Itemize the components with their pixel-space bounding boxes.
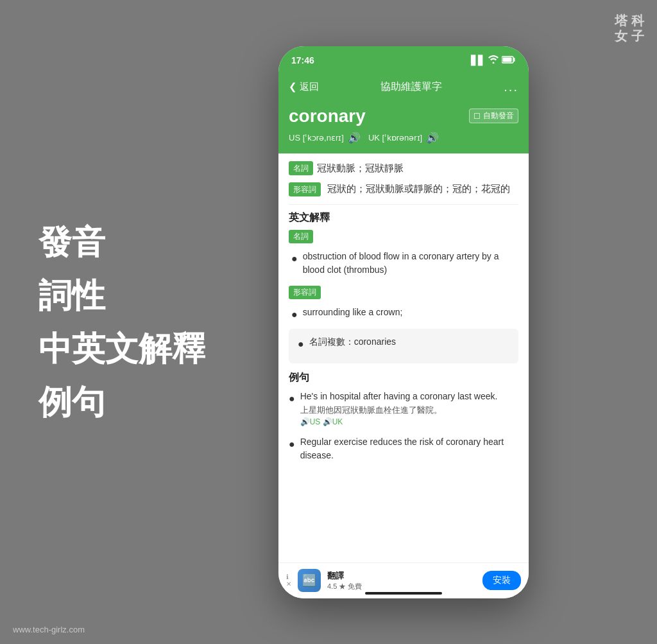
grammar-text: 名詞複數：coronaries xyxy=(309,335,396,349)
ad-rating: 4.5 ★ 免費 xyxy=(327,582,476,591)
bullet-dot-4: ● xyxy=(289,391,295,406)
uk-phonetic-text: UK [ˈkɒrənərɪ] xyxy=(368,133,422,143)
word-header: coronary ☐ 自動發音 US [ˈkɔrə,nɛrɪ] 🔊 UK [ˈk… xyxy=(278,100,529,153)
english-section-title: 英文解釋 xyxy=(289,211,518,225)
ad-info: 翻譯 4.5 ★ 免費 xyxy=(327,570,476,591)
time-display: 17:46 xyxy=(291,55,314,65)
status-bar: 17:46 ▋▋ xyxy=(278,46,529,74)
ad-app-icon: 🔤 xyxy=(298,569,321,592)
noun-def-1-text: obstruction of blood flow in a coronary … xyxy=(303,250,518,277)
battery-icon xyxy=(502,55,516,65)
auto-play-toggle[interactable]: ☐ 自動發音 xyxy=(469,109,518,123)
back-button[interactable]: ❮ 返回 xyxy=(289,81,319,93)
watermark: 塔 科 女 子 xyxy=(615,13,644,44)
divider-1 xyxy=(289,204,518,205)
example-2-bullet: ● Regular exercise reduces the risk of c… xyxy=(289,435,518,464)
bg-label-explanation: 中英文解釋 xyxy=(38,322,205,376)
grammar-box: ● 名詞複數：coronaries xyxy=(289,329,518,363)
us-phonetic-text: US [ˈkɔrə,nɛrɪ] xyxy=(289,133,344,143)
example-1-bullet: ● He's in hospital after having a corona… xyxy=(289,390,518,428)
bullet-dot-2: ● xyxy=(291,307,298,322)
adj-def-item-1: ● surrounding like a crown; xyxy=(291,306,518,322)
more-button[interactable]: ... xyxy=(504,80,518,94)
bullet-dot: ● xyxy=(291,251,298,266)
svg-rect-1 xyxy=(503,57,512,62)
bottom-url: www.tech-girlz.com xyxy=(13,625,85,634)
us-phonetic: US [ˈkɔrə,nɛrɪ] 🔊 xyxy=(289,132,361,144)
nav-title: 協助維護單字 xyxy=(380,80,442,94)
translate-icon: 🔤 xyxy=(302,573,316,587)
auto-play-label: 自動發音 xyxy=(483,110,514,121)
ad-info-icon: ℹ✕ xyxy=(286,573,291,587)
adj-badge-en: 形容詞 xyxy=(289,286,321,299)
noun-definition-zh: 名詞 冠狀動脈；冠狀靜脈 xyxy=(289,161,518,176)
content-area[interactable]: 名詞 冠狀動脈；冠狀靜脈 形容詞 冠狀的；冠狀動脈或靜脈的；冠的；花冠的 英文解… xyxy=(278,153,529,537)
us-speaker-button[interactable]: 🔊 xyxy=(348,132,361,144)
adj-definition-zh-text: 冠狀的；冠狀動脈或靜脈的；冠的；花冠的 xyxy=(327,183,510,194)
bg-label-example: 例句 xyxy=(38,376,205,429)
example-1-en: He's in hospital after having a coronary… xyxy=(300,390,498,403)
noun-badge-en: 名詞 xyxy=(289,230,313,243)
wifi-icon xyxy=(488,55,499,65)
ad-app-name: 翻譯 xyxy=(327,570,476,582)
status-icons: ▋▋ xyxy=(471,55,516,65)
signal-icon: ▋▋ xyxy=(471,55,485,65)
bullet-dot-3: ● xyxy=(298,336,304,352)
uk-phonetic: UK [ˈkɒrənərɪ] 🔊 xyxy=(368,132,439,144)
example-1-zh: 上星期他因冠狀動脈血栓住進了醫院。 xyxy=(300,405,498,416)
word-title: coronary xyxy=(289,106,366,126)
checkbox-icon: ☐ xyxy=(474,112,481,121)
example-2-en: Regular exercise reduces the risk of cor… xyxy=(300,435,518,462)
bg-label-pronunciation: 發音 xyxy=(38,215,205,268)
noun-badge-zh: 名詞 xyxy=(289,161,313,175)
example-item-1: ● He's in hospital after having a corona… xyxy=(289,390,518,428)
adj-definition-zh: 形容詞 冠狀的；冠狀動脈或靜脈的；冠的；花冠的 xyxy=(289,182,518,196)
adj-definitions-en: ● surrounding like a crown; xyxy=(289,306,518,322)
adj-def-1-text: surrounding like a crown; xyxy=(303,306,403,319)
nav-bar: ❮ 返回 協助維護單字 ... xyxy=(278,74,529,100)
background-labels: 發音 詞性 中英文解釋 例句 xyxy=(38,215,205,429)
noun-def-item-1: ● obstruction of blood flow in a coronar… xyxy=(291,250,518,277)
examples-section: 例句 ● He's in hospital after having a cor… xyxy=(289,371,518,464)
uk-speaker-button[interactable]: 🔊 xyxy=(426,132,439,144)
back-chevron-icon: ❮ xyxy=(289,81,297,92)
noun-definition-zh-text: 冠狀動脈；冠狀靜脈 xyxy=(317,161,404,176)
noun-definitions-en: ● obstruction of blood flow in a coronar… xyxy=(289,250,518,277)
examples-title: 例句 xyxy=(289,371,518,385)
phone-frame: 17:46 ▋▋ ❮ 返回 協助維護單字 ... xyxy=(278,46,529,598)
bullet-dot-5: ● xyxy=(289,437,295,452)
ad-install-button[interactable]: 安裝 xyxy=(482,571,521,590)
bg-label-pos: 詞性 xyxy=(38,268,205,322)
example-item-2: ● Regular exercise reduces the risk of c… xyxy=(289,435,518,464)
adj-badge-zh: 形容詞 xyxy=(289,182,321,196)
example-1-audio[interactable]: 🔊US 🔊UK xyxy=(300,416,498,428)
pronunciation-row: US [ˈkɔrə,nɛrɪ] 🔊 UK [ˈkɒrənərɪ] 🔊 xyxy=(289,132,518,144)
back-label: 返回 xyxy=(300,81,319,93)
home-indicator xyxy=(365,592,442,595)
grammar-item: ● 名詞複數：coronaries xyxy=(298,335,509,352)
